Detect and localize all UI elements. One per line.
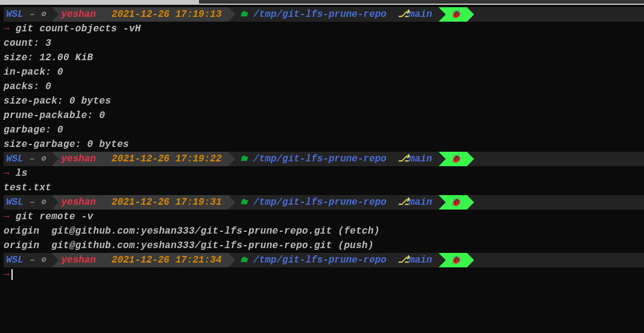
folder-icon: 🖿	[240, 153, 248, 165]
cwd-path: /tmp/git-lfs-prune-repo	[253, 7, 387, 22]
cursor	[11, 269, 13, 280]
cmd-line-1: → git count-objects -vH	[4, 22, 644, 36]
username: yeshan	[61, 253, 96, 267]
username: yeshan	[61, 195, 96, 210]
output-line: count: 3	[4, 36, 644, 51]
prompt-line-4: WSL – ⚙ yeshan 2021-12-26 17:21:34 🖿 /tm…	[4, 253, 644, 267]
prompt-line-3: WSL – ⚙ yeshan 2021-12-26 17:19:31 🖿 /tm…	[4, 195, 644, 210]
folder-icon: 🖿	[240, 254, 248, 266]
debian-icon: ⚙	[41, 8, 46, 20]
debian-icon: ⚙	[41, 196, 46, 208]
cwd-path: /tmp/git-lfs-prune-repo	[253, 253, 387, 267]
output-line: size-garbage: 0 bytes	[4, 137, 644, 152]
folder-icon: 🖿	[240, 8, 248, 20]
folder-icon: 🖿	[240, 196, 248, 208]
output-line: prune-packable: 0	[4, 108, 644, 123]
branch-icon: ⎇	[398, 7, 409, 22]
current-input-line[interactable]: →	[4, 267, 644, 282]
username: yeshan	[61, 7, 96, 22]
prompt-line-2: WSL – ⚙ yeshan 2021-12-26 17:19:22 🖿 /tm…	[4, 152, 644, 166]
wsl-label: WSL	[6, 7, 24, 22]
branch-name: main	[409, 152, 432, 166]
output-line: test.txt	[4, 181, 644, 195]
cwd-path: /tmp/git-lfs-prune-repo	[253, 195, 387, 210]
branch-name: main	[409, 195, 432, 210]
separator: –	[24, 7, 41, 22]
cmd-line-3: → git remote -v	[4, 210, 644, 224]
wsl-label: WSL	[6, 195, 24, 210]
output-line: in-pack: 0	[4, 65, 644, 79]
timestamp: 2021-12-26 17:19:22	[112, 152, 221, 166]
bug-icon: 🐞	[450, 8, 461, 21]
debian-icon: ⚙	[41, 254, 46, 266]
output-line: size-pack: 0 bytes	[4, 94, 644, 108]
output-line: origin git@github.com:yeshan333/git-lfs-…	[4, 238, 644, 253]
branch-name: main	[409, 7, 432, 22]
cmd-line-2: → ls	[4, 166, 644, 181]
prompt-line-1: WSL – ⚙ yeshan 2021-12-26 17:19:13 🖿 /tm…	[4, 7, 644, 22]
separator: –	[24, 253, 41, 267]
wsl-label: WSL	[6, 152, 24, 166]
branch-name: main	[409, 253, 432, 267]
branch-icon: ⎇	[398, 195, 409, 210]
output-line: size: 12.00 KiB	[4, 51, 644, 65]
timestamp: 2021-12-26 17:19:31	[112, 195, 221, 210]
cwd-path: /tmp/git-lfs-prune-repo	[253, 152, 387, 166]
separator: –	[24, 152, 41, 166]
bug-icon: 🐞	[450, 196, 461, 209]
wsl-label: WSL	[6, 253, 24, 267]
bug-icon: 🐞	[450, 153, 461, 166]
separator: –	[24, 195, 41, 210]
timestamp: 2021-12-26 17:21:34	[112, 253, 221, 267]
terminal-output[interactable]: WSL – ⚙ yeshan 2021-12-26 17:19:13 🖿 /tm…	[4, 2, 644, 282]
timestamp: 2021-12-26 17:19:13	[112, 7, 221, 22]
bug-icon: 🐞	[450, 254, 461, 267]
output-line: origin git@github.com:yeshan333/git-lfs-…	[4, 224, 644, 238]
username: yeshan	[61, 152, 96, 166]
output-line: garbage: 0	[4, 123, 644, 137]
output-line: packs: 0	[4, 79, 644, 94]
debian-icon: ⚙	[41, 153, 46, 165]
branch-icon: ⎇	[398, 253, 409, 267]
branch-icon: ⎇	[398, 152, 409, 166]
